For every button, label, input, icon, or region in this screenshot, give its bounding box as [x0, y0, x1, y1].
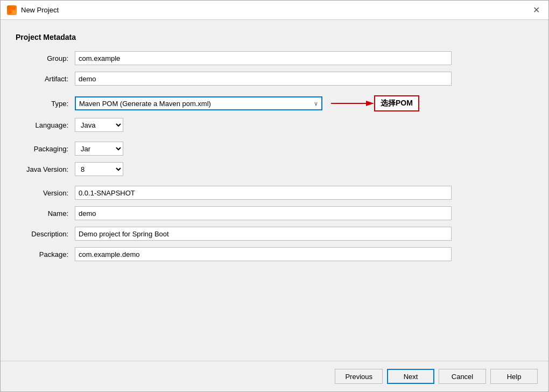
svg-rect-3	[12, 11, 15, 13]
packaging-row: Packaging: Jar War	[16, 142, 533, 156]
artifact-label: Artifact:	[16, 75, 75, 83]
package-label: Package:	[16, 250, 75, 258]
language-row: Language: Java Kotlin Groovy	[16, 118, 533, 132]
package-input[interactable]	[75, 247, 452, 261]
language-label: Language:	[16, 121, 75, 129]
group-label: Group:	[16, 54, 75, 62]
new-project-dialog: New Project ✕ Project Metadata Group: Ar…	[0, 0, 549, 392]
language-select[interactable]: Java Kotlin Groovy	[75, 118, 123, 132]
section-title: Project Metadata	[16, 33, 533, 41]
name-label: Name:	[16, 209, 75, 218]
previous-button[interactable]: Previous	[335, 369, 383, 384]
version-input[interactable]	[75, 186, 452, 200]
dialog-body: Project Metadata Group: Artifact: Type: …	[1, 20, 548, 361]
window-title: New Project	[21, 6, 59, 14]
svg-rect-2	[9, 11, 11, 13]
next-button[interactable]: Next	[387, 369, 434, 384]
version-row: Version:	[16, 186, 533, 200]
red-arrow-icon	[331, 98, 374, 109]
description-row: Description:	[16, 227, 533, 241]
name-row: Name:	[16, 206, 533, 220]
java-version-label: Java Version:	[16, 165, 75, 173]
title-bar-left: New Project	[7, 5, 59, 15]
arrow-annotation: 选择POM	[331, 95, 419, 111]
java-version-row: Java Version: 8 11 17 21	[16, 162, 533, 176]
group-input[interactable]	[75, 51, 452, 65]
type-row: Type: Maven POM (Generate a Maven pom.xm…	[16, 95, 533, 111]
packaging-select[interactable]: Jar War	[75, 142, 123, 156]
package-row: Package:	[16, 247, 533, 261]
svg-rect-1	[12, 7, 15, 10]
svg-rect-0	[9, 7, 11, 10]
group-row: Group:	[16, 51, 533, 65]
annotation-box: 选择POM	[374, 95, 419, 111]
artifact-row: Artifact:	[16, 72, 533, 86]
packaging-label: Packaging:	[16, 145, 75, 153]
artifact-input[interactable]	[75, 72, 452, 86]
svg-marker-5	[366, 101, 374, 106]
type-select-wrapper: Maven POM (Generate a Maven pom.xml) Mav…	[75, 96, 322, 110]
name-input[interactable]	[75, 206, 452, 220]
app-icon	[7, 5, 17, 15]
title-bar: New Project ✕	[1, 1, 548, 20]
close-button[interactable]: ✕	[530, 4, 542, 16]
dialog-footer: Previous Next Cancel Help	[1, 361, 548, 391]
type-select[interactable]: Maven POM (Generate a Maven pom.xml) Mav…	[75, 96, 322, 110]
description-input[interactable]	[75, 227, 452, 241]
description-label: Description:	[16, 230, 75, 238]
help-button[interactable]: Help	[490, 369, 538, 384]
cancel-button[interactable]: Cancel	[439, 369, 486, 384]
version-label: Version:	[16, 189, 75, 197]
type-label: Type:	[16, 100, 75, 108]
java-version-select[interactable]: 8 11 17 21	[75, 162, 123, 176]
